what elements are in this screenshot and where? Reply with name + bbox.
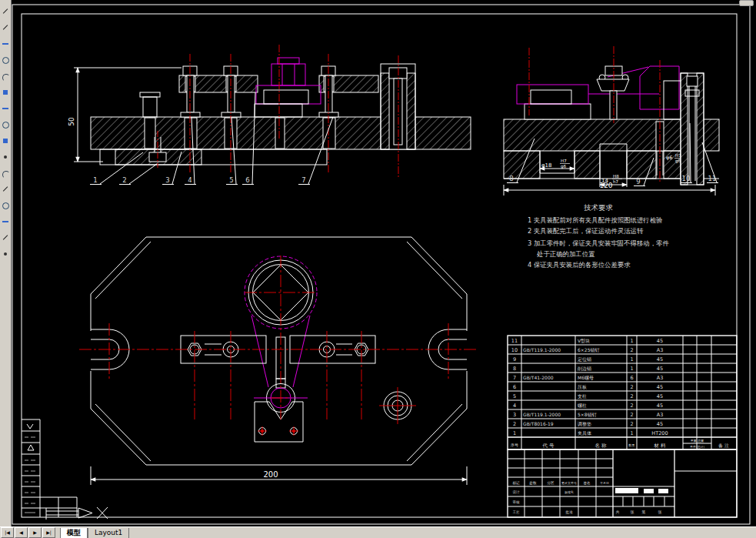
polyline-icon[interactable] xyxy=(1,104,10,113)
technical-requirements: 技术要求 1 夹具装配前对所有夹具配件按照图纸进行检验 2 夹具装配完工后，保证… xyxy=(528,203,669,269)
bom-seq: 7 xyxy=(513,375,516,381)
circle-icon[interactable] xyxy=(1,55,10,65)
clamp-bolt-side xyxy=(597,66,629,119)
bom-qty: 2 xyxy=(630,384,633,390)
workpiece-side xyxy=(517,66,679,109)
bom-material: HT200 xyxy=(651,430,668,436)
tech-req-title: 技术要求 xyxy=(584,203,614,212)
drawing-canvas: 50 1 2 3 4 5 6 7 φ18 H7 g6 xyxy=(0,0,756,527)
bom-seq: 2 xyxy=(513,421,516,427)
bom-qty: 2 xyxy=(630,393,633,399)
balloon-8: 8 xyxy=(509,175,513,182)
bom-seq: 11 xyxy=(511,338,518,344)
bom-material: A3 xyxy=(657,347,664,353)
bom-header-seq: 序号 xyxy=(511,443,518,448)
front-view: 50 1 2 3 4 5 6 7 xyxy=(68,45,471,185)
bom-seq: 10 xyxy=(511,347,518,353)
weight-bar xyxy=(644,489,654,493)
window-chrome-fragment xyxy=(739,0,754,6)
pointer-icon[interactable] xyxy=(1,7,10,16)
left-toolbar[interactable] xyxy=(0,0,12,527)
hatch-icon[interactable] xyxy=(1,136,10,145)
tech-req-line-1: 1 夹具装配前对所有夹具配件按照图纸进行检验 xyxy=(528,216,663,224)
bom-name: V型块 xyxy=(578,338,590,344)
balloon-11: 11 xyxy=(708,175,717,182)
bom-header-weight-bottom: 单件(总计) xyxy=(690,445,705,449)
dim-200: 200 xyxy=(91,466,467,485)
bom-name: 螺柱 xyxy=(578,403,587,408)
dimension-icon[interactable] xyxy=(1,249,10,259)
bom-header-material: 材 料 xyxy=(653,443,666,449)
bom-material: 45 xyxy=(657,366,663,372)
bom-name: 6×25销钉 xyxy=(578,347,599,353)
pencil-icon[interactable] xyxy=(1,23,10,32)
bom-header-code: 代 号 xyxy=(541,443,555,449)
bom-seq: 4 xyxy=(513,403,516,409)
bom-qty: 2 xyxy=(630,347,633,353)
bom-seq: 6 xyxy=(513,384,516,390)
dim-18-upper: H7 xyxy=(561,159,567,163)
bom-material: 45 xyxy=(657,421,663,427)
column-side xyxy=(681,73,704,185)
bom-header-qty: 数量 xyxy=(628,443,634,447)
tb-count: 处数 xyxy=(528,480,537,486)
prev-tab-button[interactable]: ◀ xyxy=(15,527,28,538)
next-tab-button[interactable]: ▶ xyxy=(28,527,42,538)
bom-name: 支柱 xyxy=(578,393,587,399)
balloon-3: 3 xyxy=(165,176,169,184)
spline-icon[interactable] xyxy=(1,169,10,178)
bom-header-remark: 备 注 xyxy=(718,443,729,449)
last-tab-button[interactable]: ▶| xyxy=(42,527,55,538)
bom-qty: 1 xyxy=(630,430,633,436)
tab-model[interactable]: 模型 xyxy=(60,528,88,538)
balloon-10: 10 xyxy=(682,175,691,182)
balloon-7: 7 xyxy=(301,176,305,184)
bom-material: 45 xyxy=(657,403,663,409)
bom-material: 45 xyxy=(657,338,663,344)
trim-icon[interactable] xyxy=(1,233,10,242)
bom-qty: 1 xyxy=(630,366,633,372)
bom-name: 定位销 xyxy=(578,356,591,363)
stage-mark-bar xyxy=(615,488,638,493)
tab-layout1[interactable]: Layout1 xyxy=(88,528,129,538)
dim-14-lower: h7 xyxy=(613,179,618,184)
balloon-1: 1 xyxy=(93,176,97,184)
dim-6-prefix: φ6 xyxy=(666,155,672,161)
bom-seq: 5 xyxy=(513,393,516,399)
bom-qty: 2 xyxy=(630,421,633,427)
bom-material: 45 xyxy=(657,384,663,390)
tb-design: 设计 xyxy=(512,490,520,494)
workpiece-front xyxy=(255,58,321,117)
mirror-icon[interactable] xyxy=(1,185,10,194)
tech-req-line-4: 4 保证夹具安装后的各形位公差要求 xyxy=(528,261,631,269)
tb-doc-no: 更改文件号 xyxy=(561,481,577,485)
dim-14-upper: H8 xyxy=(613,174,619,179)
bom-header-name: 名 称 xyxy=(594,443,607,449)
tb-standardize: 标准化 xyxy=(565,490,574,495)
dim-6-lower: g6 xyxy=(675,159,681,164)
offset-icon[interactable] xyxy=(1,201,10,210)
line-icon[interactable] xyxy=(1,39,10,48)
balloon-9: 9 xyxy=(636,178,640,185)
arc-icon[interactable] xyxy=(1,72,10,81)
tb-zone: 分区 xyxy=(546,481,555,485)
tb-mark: 标记 xyxy=(511,480,520,486)
ellipse-icon[interactable] xyxy=(1,120,10,129)
bom-code: GB/T41-2000 xyxy=(523,375,554,380)
tb-process: 工艺 xyxy=(512,510,520,514)
bom-name: 压板 xyxy=(578,384,587,389)
dim-200-text: 200 xyxy=(263,470,278,479)
plan-view: 200 xyxy=(79,237,478,485)
tech-req-line-3b: 处于正确的加工位置 xyxy=(537,250,595,258)
rectangle-icon[interactable] xyxy=(1,88,10,97)
bom-code: GB/T119.1-2000 xyxy=(523,412,561,417)
balloon-6: 6 xyxy=(245,176,249,184)
move-icon[interactable] xyxy=(1,217,10,226)
bom-seq: 9 xyxy=(513,356,516,363)
tb-date: 年月日 xyxy=(600,481,609,485)
point-icon[interactable] xyxy=(1,152,10,162)
balloon-5: 5 xyxy=(229,176,233,184)
tb-review: 审核 xyxy=(512,500,520,504)
bom-seq: 8 xyxy=(513,366,516,372)
first-tab-button[interactable]: |◀ xyxy=(1,527,14,538)
